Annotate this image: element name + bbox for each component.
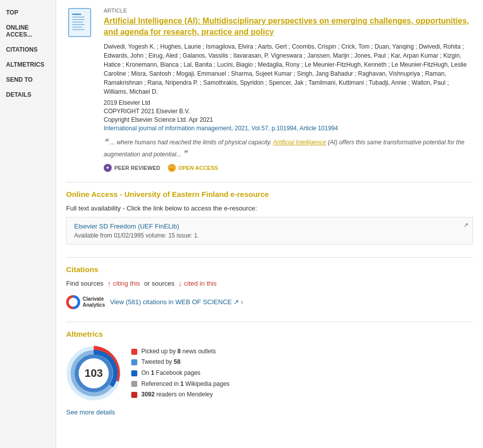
citing-this-label: citing this [113,280,140,287]
metric-wikipedia-text: Referenced in 1 Wikipedia pages [141,379,229,390]
clarivate-circle [66,295,80,309]
article-authors: Dwivedi, Yogesh K. ; Hughes, Laurie ; Is… [104,42,473,96]
metric-facebook-text: On 1 Facebook pages [141,368,200,379]
article-copyright: COPYRIGHT 2021 Elsevier B.V. [104,108,473,115]
article-section: ARTICLE Artificial Intelligence (AI): Mu… [66,8,473,172]
or-sources-label: or sources [144,280,175,287]
quote-text-before: ... where humans had reached the limits … [110,139,273,146]
metric-wikipedia: Referenced in 1 Wikipedia pages [131,379,229,390]
clarivate-logo: Clarivate Analytics [66,295,105,309]
metric-news-dot [131,349,137,355]
article-journal[interactable]: International journal of information man… [104,125,473,132]
peer-reviewed-label: PEER REVIEWED [114,165,160,171]
article-quote: ❝ ... where humans had reached the limit… [104,136,473,160]
sidebar-item-altmetrics[interactable]: ALTMETRICS [0,57,56,72]
svg-rect-1 [72,14,81,15]
clarivate-text-block: Clarivate Analytics [83,296,105,308]
altmetrics-title: Altmetrics [66,330,473,338]
metric-mendeley-text: 3092 readers on Mendeley [141,389,213,400]
article-copyright2: Copyright Elsevier Science Ltd. Apr 2021 [104,116,473,123]
wos-link-text: View (581) citations in WEB OF SCIENCE [110,298,231,306]
altmetrics-section: Altmetrics 103 [66,322,473,416]
metric-news: Picked up by 8 news outlets [131,346,229,357]
citing-arrow-icon: ↑ [107,280,111,288]
metric-twitter-text: Tweeted by 58 [141,357,180,368]
peer-reviewed-badge: ✦ PEER REVIEWED [104,164,160,172]
sidebar-item-top[interactable]: TOP [0,5,56,20]
wos-citations-link[interactable]: View (581) citations in WEB OF SCIENCE ↗… [110,298,243,306]
altmetrics-score: 103 [85,367,103,380]
cited-in-arrow-icon: ↓ [178,280,182,288]
access-availability: Available from 01/02/1995 volume: 15 iss… [74,232,465,239]
svg-rect-5 [72,24,85,25]
metric-twitter: Tweeted by 58 [131,357,229,368]
quote-ai-highlight: Artificial Intelligence [273,139,326,146]
sidebar-item-send-to[interactable]: SEND TO [0,72,56,87]
online-access-title: Online Access - University of Eastern Fi… [66,190,473,198]
article-metadata: ARTICLE Artificial Intelligence (AI): Mu… [104,8,473,172]
metric-mendeley: 3092 readers on Mendeley [131,389,229,400]
see-more-details-link[interactable]: See more details [66,408,473,416]
clarivate-name: Clarivate [83,296,105,302]
cited-in-label: cited in this [184,280,216,287]
clarivate-row: Clarivate Analytics View (581) citations… [66,295,473,309]
clarivate-sub: Analytics [83,302,105,308]
citations-find-row: Find sources ↑ citing this or sources ↓ … [66,280,473,288]
metric-wikipedia-dot [131,381,137,387]
sidebar-item-online-access[interactable]: ONLINE ACCES... [0,20,56,42]
altmetrics-donut-chart: 103 [66,346,121,401]
access-box: ↗ Elsevier SD Freedom (UEF FinELib) Avai… [66,217,473,245]
open-access-badge: 🔓 OPEN ACCESS [168,164,218,172]
elsevier-link[interactable]: Elsevier SD Freedom (UEF FinELib) [74,222,179,230]
external-link-icon: ↗ [463,221,468,229]
quote-open-mark: ❝ [104,137,108,146]
altmetrics-content: 103 Picked up by 8 news outlets Tweeted … [66,346,473,401]
citing-this-link[interactable]: ↑ citing this [107,280,140,288]
quote-close-mark: ❞ [183,149,187,158]
article-icon [66,8,96,43]
sidebar-item-citations[interactable]: CITATIONS [0,42,56,57]
article-title[interactable]: Artificial Intelligence (AI): Multidisci… [104,16,473,38]
metric-news-text: Picked up by 8 news outlets [141,346,216,357]
citations-section: Citations Find sources ↑ citing this or … [66,257,473,309]
metrics-list: Picked up by 8 news outlets Tweeted by 5… [131,346,229,400]
online-access-section: Online Access - University of Eastern Fi… [66,182,473,245]
sidebar: TOP ONLINE ACCES... CITATIONS ALTMETRICS… [0,0,56,448]
svg-rect-7 [72,29,85,30]
find-sources-label: Find sources [66,280,103,287]
sidebar-item-details[interactable]: DETAILS [0,87,56,102]
article-badges: ✦ PEER REVIEWED 🔓 OPEN ACCESS [104,164,473,172]
cited-in-link[interactable]: ↓ cited in this [178,280,216,288]
citations-title: Citations [66,265,473,274]
article-publisher: 2019 Elsevier Ltd [104,99,473,106]
clarivate-circle-inner [69,298,78,307]
open-access-icon: 🔓 [168,164,176,172]
peer-reviewed-icon: ✦ [104,164,112,172]
main-content: ARTICLE Artificial Intelligence (AI): Mu… [56,0,483,448]
full-text-label: Full text availability - Click the link … [66,204,473,212]
article-type-label: ARTICLE [104,8,473,14]
svg-rect-2 [72,17,85,18]
metric-facebook: On 1 Facebook pages [131,368,229,379]
svg-rect-3 [72,19,85,20]
metric-mendeley-dot [131,392,137,398]
open-access-label: OPEN ACCESS [178,165,218,171]
metric-twitter-dot [131,359,137,365]
svg-rect-6 [72,27,82,28]
svg-rect-4 [72,22,83,23]
wos-external-icon: ↗ › [233,298,243,306]
metric-facebook-dot [131,370,137,376]
